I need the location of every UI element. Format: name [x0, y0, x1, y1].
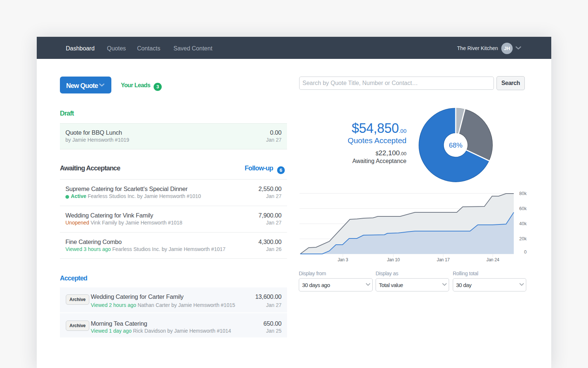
svg-text:68%: 68%: [449, 141, 462, 149]
